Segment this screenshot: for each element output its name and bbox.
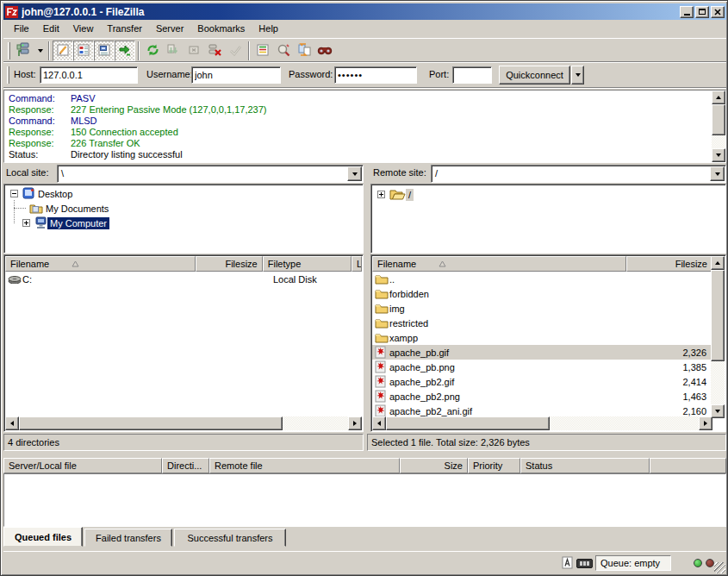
menu-view[interactable]: View	[66, 22, 101, 35]
remote-file-list[interactable]: .. forbidden img restricted xampp apache…	[372, 272, 712, 418]
file-row[interactable]: C: Local Disk	[5, 272, 362, 286]
menu-edit[interactable]: Edit	[36, 22, 66, 35]
ascii-data-type-icon[interactable]	[561, 556, 574, 569]
scroll-down-button[interactable]	[711, 404, 725, 418]
local-site-dropdown[interactable]	[347, 166, 362, 181]
column-header-size[interactable]: Size	[400, 458, 468, 473]
chevron-down-icon	[715, 172, 720, 176]
host-input[interactable]	[40, 66, 138, 84]
collapse-expander-icon[interactable]	[10, 190, 18, 197]
expand-expander-icon[interactable]	[22, 219, 30, 227]
scroll-thumb[interactable]	[712, 104, 725, 135]
scroll-up-button[interactable]	[712, 91, 725, 104]
tree-item-root[interactable]: /	[371, 187, 414, 202]
column-header-filesize[interactable]: Filesize	[196, 256, 263, 272]
resize-grip[interactable]	[714, 562, 725, 573]
column-header-remote-file[interactable]: Remote file	[209, 458, 400, 473]
local-tree[interactable]: Desktop My Documents My Computer	[3, 184, 364, 254]
disconnect-button[interactable]	[204, 41, 225, 61]
find-files-button[interactable]	[314, 41, 335, 61]
quickconnect-dropdown[interactable]	[571, 66, 584, 85]
cancel-operation-button[interactable]	[184, 41, 204, 61]
file-row[interactable]: restricted	[372, 316, 712, 330]
menu-server[interactable]: Server	[149, 22, 190, 35]
abort-icon	[228, 43, 242, 59]
site-manager-dropdown[interactable]	[34, 41, 46, 61]
column-header-direction[interactable]: Directi...	[162, 458, 209, 473]
minimize-button[interactable]	[680, 6, 694, 18]
file-row[interactable]: apache_pb.png1,385	[372, 360, 712, 374]
file-row[interactable]: apache_pb2.gif2,414	[372, 374, 712, 389]
scroll-thumb[interactable]	[711, 270, 725, 361]
tree-item-my-documents[interactable]: My Documents	[4, 201, 111, 216]
password-input[interactable]	[334, 66, 417, 84]
menu-help[interactable]: Help	[252, 22, 285, 35]
menu-bookmarks[interactable]: Bookmarks	[190, 22, 252, 35]
close-button[interactable]	[711, 6, 725, 18]
tab-failed-transfers[interactable]: Failed transfers	[84, 529, 172, 547]
titlebar[interactable]: john@127.0.0.1 - FileZilla	[3, 3, 726, 20]
quickconnect-grip[interactable]	[7, 66, 9, 84]
toggle-remote-tree-button[interactable]	[94, 41, 115, 61]
scroll-up-button[interactable]	[711, 256, 725, 270]
toolbar	[3, 38, 726, 62]
filter-button[interactable]	[252, 41, 273, 61]
local-site-combo[interactable]: \	[57, 165, 364, 183]
file-row[interactable]: ..	[372, 272, 712, 286]
file-row[interactable]: xampp	[372, 330, 712, 345]
scroll-left-button[interactable]	[372, 416, 386, 430]
expand-expander-icon[interactable]	[377, 191, 385, 198]
quickconnect-button[interactable]: Quickconnect	[499, 66, 570, 85]
scroll-thumb[interactable]	[19, 416, 283, 430]
scroll-right-button[interactable]	[348, 416, 362, 430]
window-title: john@127.0.0.1 - FileZilla	[22, 6, 678, 18]
scroll-down-button[interactable]	[712, 148, 725, 162]
log-line: Status:Directory listing successful	[5, 149, 711, 160]
toolbar-grip[interactable]	[8, 42, 10, 59]
tree-item-desktop[interactable]: Desktop	[4, 186, 75, 201]
process-queue-button[interactable]	[163, 41, 184, 61]
scroll-left-button[interactable]	[5, 416, 19, 430]
maximize-button[interactable]	[695, 6, 709, 18]
message-log[interactable]: Command:PASV Response:227 Entering Passi…	[3, 90, 726, 163]
refresh-button[interactable]	[142, 41, 163, 61]
toolbar-separator	[138, 41, 140, 60]
scroll-thumb[interactable]	[386, 416, 550, 430]
abort-button[interactable]	[225, 41, 246, 61]
column-header-filesize[interactable]: Filesize	[626, 256, 712, 272]
folder-icon	[372, 288, 389, 299]
tab-queued-files[interactable]: Queued files	[3, 527, 83, 547]
remote-site-bar: Remote site: /	[370, 165, 726, 184]
username-input[interactable]	[191, 66, 281, 84]
remote-site-combo[interactable]: /	[431, 165, 726, 183]
column-header-filename[interactable]: Filename	[372, 256, 626, 272]
column-header-server-local-file[interactable]: Server/Local file	[3, 458, 162, 473]
toggle-queue-view-button[interactable]	[115, 41, 135, 61]
site-manager-button[interactable]	[14, 41, 34, 61]
column-header-filename[interactable]: Filename	[5, 256, 196, 272]
tree-item-my-computer[interactable]: My Computer	[4, 216, 109, 230]
remote-tree[interactable]: /	[370, 184, 726, 254]
file-row[interactable]: apache_pb2.png1,463	[372, 389, 712, 404]
scroll-right-button[interactable]	[699, 416, 712, 430]
column-header-filetype[interactable]: Filetype	[263, 256, 352, 272]
local-file-list[interactable]: C: Local Disk	[5, 272, 362, 286]
tab-successful-transfers[interactable]: Successful transfers	[174, 529, 286, 547]
menu-file[interactable]: File	[7, 22, 36, 35]
queue-list[interactable]	[3, 473, 726, 527]
remote-site-dropdown[interactable]	[710, 166, 725, 181]
toggle-log-view-button[interactable]	[53, 41, 73, 61]
toggle-local-tree-button[interactable]	[73, 41, 94, 61]
file-row-selected[interactable]: apache_pb.gif2,326	[372, 345, 712, 360]
port-input[interactable]	[452, 66, 492, 84]
speed-limit-icon[interactable]	[576, 559, 593, 568]
column-header-last-modified[interactable]: L	[352, 256, 362, 272]
file-row[interactable]: forbidden	[372, 286, 712, 301]
file-row[interactable]: img	[372, 301, 712, 316]
menu-transfer[interactable]: Transfer	[100, 22, 149, 35]
cancel-icon	[187, 43, 201, 59]
synchronized-browsing-button[interactable]	[294, 41, 314, 61]
column-header-status[interactable]: Status	[520, 458, 650, 473]
directory-comparison-button[interactable]	[273, 41, 294, 61]
column-header-priority[interactable]: Priority	[468, 458, 520, 473]
